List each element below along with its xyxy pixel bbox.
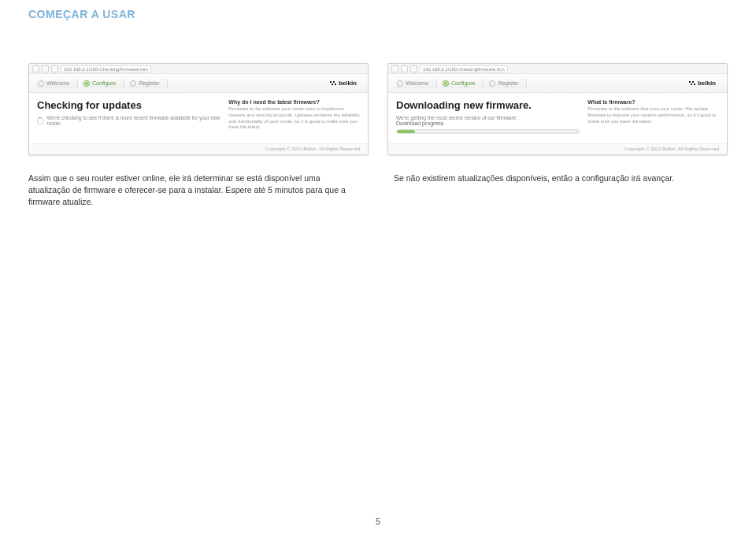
tab-label: Register — [139, 80, 159, 86]
tab-label: Configure — [92, 80, 116, 86]
wizard-tabs: Welcome Configure Register belkin — [29, 74, 368, 93]
content-area: Checking for updates We're checking to s… — [29, 93, 368, 143]
content-main: Downloading new firmware. We're getting … — [396, 99, 580, 135]
tab-welcome: Welcome — [35, 79, 78, 88]
content-area: Downloading new firmware. We're getting … — [388, 93, 727, 143]
status-row: We're getting the most recent version of… — [396, 115, 580, 121]
belkin-dots-icon — [329, 80, 337, 87]
right-column-text: Se não existirem atualizações disponívei… — [394, 172, 728, 209]
brand-text: belkin — [698, 80, 716, 87]
status-text: We're getting the most recent version of… — [396, 115, 517, 121]
forward-icon — [42, 65, 49, 72]
check-icon — [443, 80, 449, 87]
back-icon — [32, 65, 39, 72]
forward-icon — [401, 65, 408, 72]
copyright-footer: Copyright © 2012 Belkin. All Rights Rese… — [29, 143, 368, 154]
tab-label: Welcome — [46, 80, 69, 86]
aside-heading: Why do I need the latest firmware? — [228, 99, 360, 105]
status-row: We're checking to see if there is more r… — [37, 115, 220, 126]
circle-icon — [130, 80, 136, 87]
wizard-tabs: Welcome Configure Register belkin — [388, 74, 727, 93]
browser-address-bar: 192.168.2.1/100-CheckingFirmware.htm — [29, 64, 368, 74]
aside-text: Firmware is the software that runs your … — [587, 106, 719, 124]
tab-label: Welcome — [406, 80, 428, 86]
copyright-footer: Copyright © 2012 Belkin. All Rights Rese… — [388, 143, 727, 154]
belkin-dots-icon — [688, 80, 696, 87]
screenshot-checking-updates: 192.168.2.1/100-CheckingFirmware.htm Wel… — [28, 63, 369, 155]
content-aside: Why do I need the latest firmware? Firmw… — [228, 99, 360, 135]
reload-icon — [51, 65, 58, 72]
back-icon — [391, 65, 398, 72]
content-main: Checking for updates We're checking to s… — [37, 99, 220, 135]
content-heading: Downloading new firmware. — [396, 99, 580, 111]
circle-icon — [38, 80, 44, 87]
page-title: COMEÇAR A USAR — [0, 0, 756, 20]
url-field: 192.168.2.1/100-CheckingFirmware.htm — [61, 65, 151, 72]
circle-icon — [489, 80, 495, 87]
check-icon — [83, 80, 90, 87]
progress-fill — [397, 130, 415, 133]
brand-text: belkin — [339, 80, 357, 87]
circle-icon — [397, 80, 403, 87]
aside-text: Firmware is the software your router use… — [228, 106, 360, 131]
tab-label: Configure — [451, 80, 475, 86]
tab-configure: Configure — [81, 79, 124, 88]
content-aside: What is firmware? Firmware is the softwa… — [587, 99, 719, 135]
content-heading: Checking for updates — [37, 99, 220, 111]
tab-welcome: Welcome — [395, 79, 437, 88]
progress-label: Download progress — [396, 121, 580, 126]
spinner-icon — [37, 117, 43, 124]
aside-heading: What is firmware? — [587, 99, 719, 105]
brand-logo: belkin — [688, 80, 721, 87]
screenshot-downloading-firmware: 192.168.2.1/100-checkingfirmware.htm Wel… — [387, 63, 728, 155]
url-field: 192.168.2.1/100-checkingfirmware.htm — [420, 65, 508, 72]
reload-icon — [410, 65, 417, 72]
left-column-text: Assim que o seu router estiver online, e… — [28, 172, 362, 209]
body-text-columns: Assim que o seu router estiver online, e… — [0, 172, 756, 209]
brand-logo: belkin — [329, 80, 361, 87]
progress-bar — [396, 129, 580, 134]
tab-register: Register — [487, 79, 527, 88]
tab-configure: Configure — [440, 79, 484, 88]
tab-label: Register — [498, 80, 518, 86]
browser-address-bar: 192.168.2.1/100-checkingfirmware.htm — [388, 64, 727, 74]
status-text: We're checking to see if there is more r… — [46, 115, 220, 126]
tab-register: Register — [128, 79, 168, 88]
screenshot-row: 192.168.2.1/100-CheckingFirmware.htm Wel… — [0, 20, 756, 172]
page-number: 5 — [0, 517, 756, 526]
